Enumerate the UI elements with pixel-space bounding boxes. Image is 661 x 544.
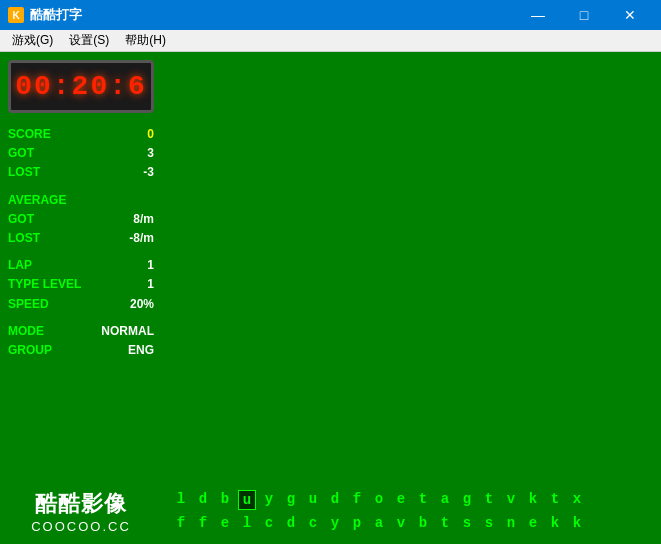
app-icon: K [8, 7, 24, 23]
typing-char: f [348, 490, 366, 510]
typing-char: p [348, 514, 366, 532]
typing-char: k [524, 490, 542, 510]
typing-char: l [238, 514, 256, 532]
group-label: GROUP [8, 341, 52, 360]
right-panel: ldbuygudfoetagtvktx ffelcdcypavbtssnekk [162, 52, 661, 544]
avg-lost-row: LOST -8/m [8, 229, 154, 248]
typing-char: o [370, 490, 388, 510]
mode-value: NORMAL [101, 322, 154, 341]
typing-char: s [458, 514, 476, 532]
lost-row: LOST -3 [8, 163, 154, 182]
typing-char: x [568, 490, 586, 510]
typing-row-1: ldbuygudfoetagtvktx [172, 490, 651, 510]
avg-lost-value: -8/m [129, 229, 154, 248]
typing-char: k [568, 514, 586, 532]
score-label: SCORE [8, 125, 51, 144]
menu-game[interactable]: 游戏(G) [4, 30, 61, 51]
typing-char: c [260, 514, 278, 532]
typing-char: f [194, 514, 212, 532]
avg-got-row: GOT 8/m [8, 210, 154, 229]
type-level-label: TYPE LEVEL [8, 275, 81, 294]
typing-char: d [326, 490, 344, 510]
avg-got-value: 8/m [133, 210, 154, 229]
typing-area: ldbuygudfoetagtvktx ffelcdcypavbtssnekk [162, 482, 661, 544]
mode-label: MODE [8, 322, 44, 341]
score-value: 0 [147, 125, 154, 144]
window-title: 酷酷打字 [30, 6, 82, 24]
group-value: ENG [128, 341, 154, 360]
title-controls: — □ ✕ [515, 0, 653, 30]
avg-lost-label: LOST [8, 229, 40, 248]
watermark: 酷酷影像 COOCOO.CC [0, 489, 162, 534]
type-level-row: TYPE LEVEL 1 [8, 275, 154, 294]
typing-char: t [480, 490, 498, 510]
lost-value: -3 [143, 163, 154, 182]
typing-char: l [172, 490, 190, 510]
speed-row: SPEED 20% [8, 295, 154, 314]
menu-bar: 游戏(G) 设置(S) 帮助(H) [0, 30, 661, 52]
typing-char: u [238, 490, 256, 510]
title-bar-left: K 酷酷打字 [8, 6, 82, 24]
average-label: AVERAGE [8, 191, 66, 210]
typing-char: v [392, 514, 410, 532]
typing-char: f [172, 514, 190, 532]
typing-char: y [260, 490, 278, 510]
menu-settings[interactable]: 设置(S) [61, 30, 117, 51]
type-level-value: 1 [147, 275, 154, 294]
left-panel: 00:20:6 SCORE 0 GOT 3 LOST -3 AVERAGE GO… [0, 52, 162, 544]
typing-char: t [436, 514, 454, 532]
avg-got-label: GOT [8, 210, 34, 229]
speed-label: SPEED [8, 295, 49, 314]
watermark-bottom: COOCOO.CC [0, 519, 162, 534]
timer-display: 00:20:6 [8, 60, 154, 113]
typing-char: s [480, 514, 498, 532]
typing-char: a [436, 490, 454, 510]
got-value: 3 [147, 144, 154, 163]
got-label: GOT [8, 144, 34, 163]
window-content: 00:20:6 SCORE 0 GOT 3 LOST -3 AVERAGE GO… [0, 52, 661, 544]
group-row: GROUP ENG [8, 341, 154, 360]
typing-char: n [502, 514, 520, 532]
typing-char: b [216, 490, 234, 510]
typing-char: b [414, 514, 432, 532]
typing-char: d [194, 490, 212, 510]
typing-row-2: ffelcdcypavbtssnekk [172, 514, 651, 532]
title-bar: K 酷酷打字 — □ ✕ [0, 0, 661, 30]
score-row: SCORE 0 [8, 125, 154, 144]
typing-char: t [414, 490, 432, 510]
lost-label: LOST [8, 163, 40, 182]
minimize-button[interactable]: — [515, 0, 561, 30]
menu-help[interactable]: 帮助(H) [117, 30, 174, 51]
maximize-button[interactable]: □ [561, 0, 607, 30]
got-row: GOT 3 [8, 144, 154, 163]
typing-char: u [304, 490, 322, 510]
typing-char: e [216, 514, 234, 532]
speed-value: 20% [130, 295, 154, 314]
typing-char: e [524, 514, 542, 532]
typing-char: c [304, 514, 322, 532]
lap-value: 1 [147, 256, 154, 275]
typing-char: g [458, 490, 476, 510]
typing-char: a [370, 514, 388, 532]
typing-char: g [282, 490, 300, 510]
timer-text: 00:20:6 [15, 71, 147, 102]
typing-char: k [546, 514, 564, 532]
typing-char: y [326, 514, 344, 532]
close-button[interactable]: ✕ [607, 0, 653, 30]
stats-section: SCORE 0 GOT 3 LOST -3 AVERAGE GOT 8/m LO… [8, 125, 154, 360]
mode-row: MODE NORMAL [8, 322, 154, 341]
lap-row: LAP 1 [8, 256, 154, 275]
average-row: AVERAGE [8, 191, 154, 210]
typing-char: t [546, 490, 564, 510]
watermark-top: 酷酷影像 [0, 489, 162, 519]
typing-char: d [282, 514, 300, 532]
typing-char: e [392, 490, 410, 510]
lap-label: LAP [8, 256, 32, 275]
typing-char: v [502, 490, 520, 510]
